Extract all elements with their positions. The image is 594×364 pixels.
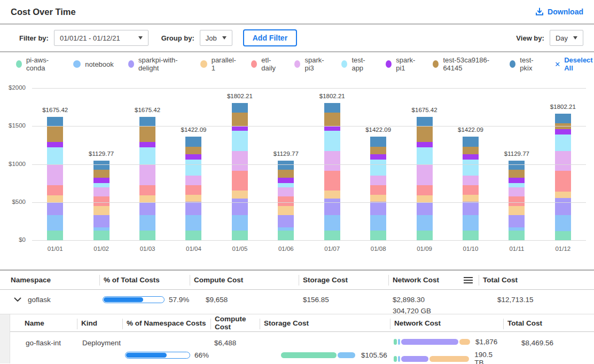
legend-item-test-pkix[interactable]: test-pkix [510, 56, 540, 72]
bar-segment-spark-pi3[interactable] [93, 187, 110, 196]
bar-segment-spark-pi3[interactable] [47, 164, 63, 186]
bar-segment-notebook[interactable] [463, 215, 479, 231]
bar-segment-spark-pi1[interactable] [47, 142, 63, 147]
bar-segment-pi-aws-conda[interactable] [509, 231, 525, 240]
namespace-expander[interactable]: goflask [0, 295, 99, 304]
bar-segment-spark-pi3[interactable] [417, 164, 433, 186]
bar-segment-test-53ca9186-64145[interactable] [139, 126, 155, 142]
chevron-down-icon[interactable] [14, 297, 21, 302]
bar-segment-sparkpi-with-delight[interactable] [463, 202, 479, 216]
download-button[interactable]: Download [535, 7, 583, 16]
bar-segment-parallel-1[interactable] [139, 195, 155, 202]
bar-segment-pi-aws-conda[interactable] [232, 231, 248, 240]
bar-segment-etl-daily[interactable] [370, 185, 386, 195]
bar-segment-pi-aws-conda[interactable] [93, 231, 110, 240]
bar-segment-test-53ca9186-64145[interactable] [185, 147, 201, 155]
bar-segment-pi-aws-conda[interactable] [463, 231, 479, 240]
bar-segment-etl-daily[interactable] [139, 185, 155, 195]
stacked-bar-01/03[interactable] [139, 117, 155, 240]
stacked-bar-01/10[interactable] [463, 137, 479, 240]
bar-segment-sparkpi-with-delight[interactable] [185, 202, 201, 216]
bar-segment-test-pkix[interactable] [232, 103, 248, 113]
bar-segment-spark-pi1[interactable] [509, 178, 525, 184]
bar-segment-test-pkix[interactable] [47, 117, 63, 126]
bar-segment-sparkpi-with-delight[interactable] [139, 202, 155, 216]
bar-segment-notebook[interactable] [370, 215, 386, 231]
bar-segment-notebook[interactable] [232, 215, 248, 231]
bar-segment-etl-daily[interactable] [47, 185, 63, 195]
stacked-bar-01/05[interactable] [232, 103, 248, 240]
legend-item-spark-pi3[interactable]: spark-pi3 [294, 56, 327, 72]
bar-segment-spark-pi3[interactable] [370, 176, 386, 185]
bar-segment-test-pkix[interactable] [370, 137, 386, 146]
bar-segment-parallel-1[interactable] [509, 206, 525, 216]
bar-segment-pi-aws-conda[interactable] [278, 231, 294, 240]
bar-segment-sparkpi-with-delight[interactable] [278, 215, 294, 227]
bar-segment-notebook[interactable] [555, 215, 571, 231]
bar-segment-spark-pi3[interactable] [232, 151, 248, 171]
bar-segment-sparkpi-with-delight[interactable] [324, 199, 340, 216]
bar-segment-spark-pi1[interactable] [417, 142, 433, 147]
bar-segment-etl-daily[interactable] [232, 171, 248, 191]
bar-segment-test-53ca9186-64145[interactable] [370, 147, 386, 155]
bar-segment-spark-pi1[interactable] [93, 178, 110, 184]
bar-segment-test-app[interactable] [278, 183, 294, 187]
legend-item-etl-daily[interactable]: etl-daily [251, 56, 280, 72]
bar-segment-test-pkix[interactable] [93, 161, 110, 170]
bar-segment-spark-pi1[interactable] [139, 142, 155, 147]
legend-item-spark-pi1[interactable]: spark-pi1 [386, 56, 418, 72]
bar-segment-parallel-1[interactable] [417, 195, 433, 202]
bar-segment-test-53ca9186-64145[interactable] [324, 113, 340, 126]
stacked-bar-01/01[interactable] [47, 117, 63, 240]
bar-segment-parallel-1[interactable] [555, 192, 571, 198]
bar-segment-spark-pi1[interactable] [185, 154, 201, 159]
bar-segment-spark-pi3[interactable] [185, 176, 201, 185]
bar-segment-test-app[interactable] [370, 160, 386, 176]
bar-segment-test-53ca9186-64145[interactable] [463, 147, 479, 155]
stacked-bar-01/09[interactable] [417, 117, 433, 240]
date-range-select[interactable]: 01/01/21 - 01/12/21 [54, 30, 148, 46]
legend-item-sparkpi-with-delight[interactable]: sparkpi-with-delight [128, 56, 186, 72]
legend-item-parallel-1[interactable]: parallel-1 [200, 56, 237, 72]
bar-segment-spark-pi1[interactable] [370, 154, 386, 159]
stacked-bar-01/06[interactable] [278, 161, 294, 240]
bar-segment-spark-pi3[interactable] [139, 164, 155, 186]
bar-segment-etl-daily[interactable] [509, 196, 525, 206]
bar-segment-spark-pi1[interactable] [278, 178, 294, 184]
stacked-bar-01/12[interactable] [555, 114, 571, 240]
bar-segment-notebook[interactable] [324, 215, 340, 231]
bar-segment-parallel-1[interactable] [463, 195, 479, 202]
stacked-bar-01/02[interactable] [93, 161, 110, 240]
bar-segment-spark-pi1[interactable] [463, 154, 479, 159]
bar-segment-sparkpi-with-delight[interactable] [370, 202, 386, 216]
bar-segment-etl-daily[interactable] [324, 171, 340, 191]
bar-segment-test-53ca9186-64145[interactable] [278, 170, 294, 177]
bar-segment-test-pkix[interactable] [278, 161, 294, 170]
bar-segment-pi-aws-conda[interactable] [139, 231, 155, 240]
bar-segment-spark-pi1[interactable] [555, 129, 571, 134]
bar-segment-parallel-1[interactable] [278, 206, 294, 216]
bar-segment-test-pkix[interactable] [417, 117, 433, 126]
bar-segment-sparkpi-with-delight[interactable] [47, 202, 63, 216]
bar-segment-test-pkix[interactable] [139, 117, 155, 126]
bar-segment-test-53ca9186-64145[interactable] [47, 126, 63, 142]
stacked-bar-01/11[interactable] [509, 161, 525, 240]
legend-item-pi-aws-conda[interactable]: pi-aws-conda [16, 56, 59, 72]
bar-segment-spark-pi3[interactable] [324, 151, 340, 171]
bar-segment-test-pkix[interactable] [555, 114, 571, 123]
stacked-bar-01/08[interactable] [370, 137, 386, 240]
bar-segment-test-53ca9186-64145[interactable] [509, 170, 525, 177]
bar-segment-sparkpi-with-delight[interactable] [509, 215, 525, 227]
bar-segment-spark-pi3[interactable] [509, 187, 525, 196]
bar-segment-etl-daily[interactable] [417, 185, 433, 195]
bar-segment-test-53ca9186-64145[interactable] [93, 170, 110, 177]
add-filter-button[interactable]: Add Filter [243, 29, 297, 46]
stacked-bar-01/04[interactable] [185, 137, 201, 240]
view-by-select[interactable]: Day [550, 30, 583, 46]
bar-segment-test-app[interactable] [555, 134, 571, 151]
bar-segment-test-app[interactable] [47, 147, 63, 164]
bar-segment-spark-pi3[interactable] [463, 176, 479, 185]
bar-segment-pi-aws-conda[interactable] [324, 231, 340, 240]
bar-segment-parallel-1[interactable] [185, 195, 201, 202]
bar-segment-test-pkix[interactable] [463, 137, 479, 146]
